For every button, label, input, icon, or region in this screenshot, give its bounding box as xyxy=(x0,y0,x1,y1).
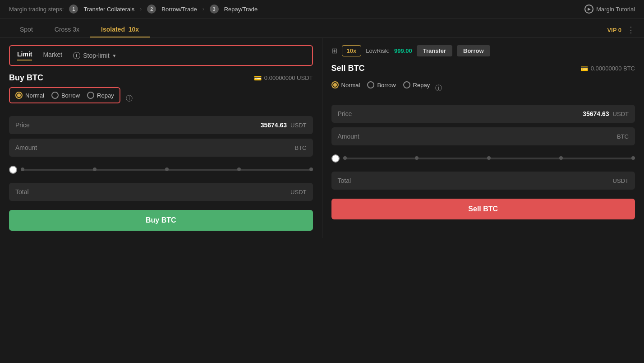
leverage-bar: ⊞ 10x LowRisk: 999.00 Transfer Borrow xyxy=(331,45,635,56)
buy-radio-normal[interactable]: Normal xyxy=(15,92,44,99)
tutorial-label: Margin Tutorial xyxy=(596,6,635,13)
buy-amount-row[interactable]: Amount BTC xyxy=(9,139,313,157)
low-risk-label: LowRisk: xyxy=(366,47,390,54)
sell-radio-normal-circle xyxy=(331,81,339,88)
margin-steps-label: Margin trading steps: xyxy=(9,6,64,13)
sell-radio-borrow[interactable]: Borrow xyxy=(367,81,396,88)
tab-isolated[interactable]: Isolated 10x xyxy=(90,22,150,37)
step1-arrow: › xyxy=(140,6,142,12)
sell-balance-value: 0.00000000 BTC xyxy=(591,65,635,72)
play-icon: ▶ xyxy=(584,5,593,14)
margin-tutorial[interactable]: ▶ Margin Tutorial xyxy=(584,5,635,14)
tab-spot[interactable]: Spot xyxy=(9,22,44,37)
buy-slider-track[interactable] xyxy=(21,169,313,171)
sell-slider-dot-2 xyxy=(415,156,419,160)
sell-total-row[interactable]: Total USDT xyxy=(331,172,635,190)
buy-btc-button[interactable]: Buy BTC xyxy=(9,210,313,231)
sell-amount-label: Amount xyxy=(338,133,359,140)
buy-price-unit: USDT xyxy=(290,122,306,129)
buy-slider-row[interactable] xyxy=(9,161,313,178)
more-options-icon[interactable]: ⋮ xyxy=(627,25,635,35)
tab-limit[interactable]: Limit xyxy=(17,51,32,60)
buy-slider-dot-2 xyxy=(93,168,97,171)
sell-radio-normal-label: Normal xyxy=(341,82,360,88)
sell-btc-button[interactable]: Sell BTC xyxy=(331,199,635,219)
margin-steps-bar: Margin trading steps: 1 Transfer Collate… xyxy=(0,0,644,19)
buy-amount-label: Amount xyxy=(15,144,37,151)
chevron-down-icon: ▼ xyxy=(112,53,117,58)
sell-price-label: Price xyxy=(338,110,352,117)
calculator-icon[interactable]: ⊞ xyxy=(331,47,337,55)
sell-radio-normal-dot xyxy=(333,83,337,87)
sell-total-unit: USDT xyxy=(613,177,629,184)
sell-radio-normal[interactable]: Normal xyxy=(331,81,360,88)
vip-badge[interactable]: VIP 0 xyxy=(607,27,621,33)
tab-isolated-leverage: 10x xyxy=(129,26,139,33)
trade-tabs: Spot Cross 3x Isolated 10x VIP 0 ⋮ xyxy=(0,19,644,38)
sell-radio-repay[interactable]: Repay xyxy=(403,81,430,88)
tab-market[interactable]: Market xyxy=(43,51,62,60)
tab-cross[interactable]: Cross 3x xyxy=(44,22,90,37)
trading-main: Limit Market ℹ Stop-limit ▼ Buy BTC 💳 0.… xyxy=(0,38,644,238)
buy-amount-unit: BTC xyxy=(295,144,307,151)
sell-panel: ⊞ 10x LowRisk: 999.00 Transfer Borrow Se… xyxy=(331,38,635,238)
info-circle-icon: ℹ xyxy=(73,52,80,59)
vip-section: VIP 0 ⋮ xyxy=(607,25,635,35)
buy-info-icon[interactable]: ⓘ xyxy=(126,94,133,103)
buy-slider-dot-1 xyxy=(21,168,24,171)
wallet-icon-buy: 💳 xyxy=(254,74,262,82)
step3-link[interactable]: Repay/Trade xyxy=(224,6,258,13)
order-type-tabs: Limit Market ℹ Stop-limit ▼ xyxy=(9,45,313,66)
sell-info-icon[interactable]: ⓘ xyxy=(435,84,442,93)
buy-slider-handle[interactable] xyxy=(9,166,17,174)
buy-panel: Limit Market ℹ Stop-limit ▼ Buy BTC 💳 0.… xyxy=(9,38,313,238)
step3-num: 3 xyxy=(210,5,219,14)
sell-amount-unit: BTC xyxy=(617,133,629,140)
buy-slider-dots xyxy=(21,168,313,171)
buy-radio-normal-dot xyxy=(17,93,21,97)
buy-total-label: Total xyxy=(15,188,29,195)
transfer-button[interactable]: Transfer xyxy=(417,45,452,56)
sell-radio-borrow-circle xyxy=(367,81,374,88)
leverage-button[interactable]: 10x xyxy=(342,45,362,56)
sell-amount-row[interactable]: Amount BTC xyxy=(331,127,635,145)
borrow-button[interactable]: Borrow xyxy=(457,45,490,56)
sell-panel-title: Sell BTC xyxy=(331,64,365,73)
buy-radio-repay-label: Repay xyxy=(97,92,114,99)
sell-slider-track[interactable] xyxy=(343,158,635,159)
sell-price-row[interactable]: Price 35674.63 USDT xyxy=(331,105,635,123)
sell-slider-handle[interactable] xyxy=(331,154,340,163)
buy-radio-normal-circle xyxy=(15,92,23,99)
sell-price-value-group: 35674.63 USDT xyxy=(583,110,629,117)
buy-radio-normal-label: Normal xyxy=(25,92,44,99)
buy-balance: 💳 0.00000000 USDT xyxy=(254,74,313,82)
buy-slider-dot-4 xyxy=(237,168,241,171)
buy-price-label: Price xyxy=(15,121,30,129)
step2-link[interactable]: Borrow/Trade xyxy=(161,6,197,13)
buy-order-mode-group: Normal Borrow Repay xyxy=(9,87,120,103)
sell-price-value: 35674.63 xyxy=(583,110,609,117)
sell-slider-dot-5 xyxy=(631,156,635,160)
step1-link[interactable]: Transfer Collaterals xyxy=(83,6,134,13)
tab-stop-limit[interactable]: ℹ Stop-limit ▼ xyxy=(73,52,116,59)
buy-total-row[interactable]: Total USDT xyxy=(9,183,313,201)
tab-isolated-label: Isolated xyxy=(101,26,125,33)
sell-price-unit: USDT xyxy=(613,111,629,117)
sell-radio-repay-label: Repay xyxy=(413,82,430,88)
buy-balance-value: 0.00000000 USDT xyxy=(264,74,313,81)
panel-divider xyxy=(322,38,322,238)
sell-total-label: Total xyxy=(338,177,351,184)
buy-total-unit: USDT xyxy=(290,189,306,195)
buy-radio-borrow-label: Borrow xyxy=(61,92,80,99)
sell-slider-row[interactable] xyxy=(331,150,635,167)
buy-panel-title: Buy BTC xyxy=(9,73,43,83)
step1-num: 1 xyxy=(69,5,78,14)
step2-num: 2 xyxy=(147,5,156,14)
buy-price-row[interactable]: Price 35674.63 USDT xyxy=(9,116,313,134)
sell-radio-repay-circle xyxy=(403,81,410,88)
buy-radio-borrow-circle xyxy=(51,92,59,99)
buy-panel-header: Buy BTC 💳 0.00000000 USDT xyxy=(9,73,313,83)
buy-radio-borrow[interactable]: Borrow xyxy=(51,92,80,99)
step2-arrow: › xyxy=(202,6,204,12)
buy-radio-repay[interactable]: Repay xyxy=(87,92,114,99)
